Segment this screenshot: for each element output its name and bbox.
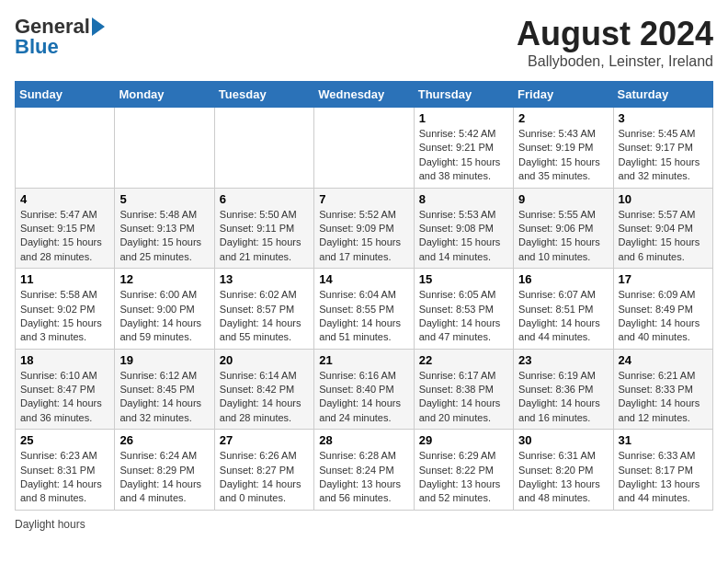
calendar-cell: 1Sunrise: 5:42 AM Sunset: 9:21 PM Daylig… [414, 108, 513, 189]
calendar-cell: 14Sunrise: 6:04 AM Sunset: 8:55 PM Dayli… [314, 269, 414, 350]
day-info: Sunrise: 5:43 AM Sunset: 9:19 PM Dayligh… [518, 127, 608, 184]
calendar-cell [115, 108, 214, 189]
day-number: 5 [119, 192, 209, 206]
calendar-cell: 24Sunrise: 6:21 AM Sunset: 8:33 PM Dayli… [613, 349, 712, 430]
day-number: 27 [220, 433, 309, 447]
footer-note: Daylight hours [15, 518, 713, 531]
logo: General Blue [15, 15, 105, 59]
calendar-cell: 15Sunrise: 6:05 AM Sunset: 8:53 PM Dayli… [414, 269, 513, 350]
day-info: Sunrise: 5:45 AM Sunset: 9:17 PM Dayligh… [619, 127, 708, 184]
day-info: Sunrise: 6:09 AM Sunset: 8:49 PM Dayligh… [619, 288, 708, 345]
day-number: 24 [619, 353, 708, 367]
day-info: Sunrise: 6:28 AM Sunset: 8:24 PM Dayligh… [319, 449, 408, 506]
logo-arrow-icon [92, 17, 105, 36]
day-info: Sunrise: 5:50 AM Sunset: 9:11 PM Dayligh… [220, 208, 309, 265]
calendar-cell: 19Sunrise: 6:12 AM Sunset: 8:45 PM Dayli… [115, 349, 214, 430]
day-number: 7 [319, 192, 408, 206]
day-number: 14 [319, 272, 408, 286]
calendar-cell: 27Sunrise: 6:26 AM Sunset: 8:27 PM Dayli… [214, 430, 313, 511]
day-number: 25 [20, 433, 109, 447]
calendar-week-row: 4Sunrise: 5:47 AM Sunset: 9:15 PM Daylig… [16, 188, 713, 269]
day-info: Sunrise: 6:10 AM Sunset: 8:47 PM Dayligh… [20, 369, 109, 426]
calendar-cell [16, 108, 115, 189]
calendar-cell: 26Sunrise: 6:24 AM Sunset: 8:29 PM Dayli… [115, 430, 214, 511]
day-number: 31 [619, 433, 708, 447]
calendar-cell: 7Sunrise: 5:52 AM Sunset: 9:09 PM Daylig… [314, 188, 414, 269]
day-number: 11 [20, 272, 109, 286]
page-title: August 2024 [517, 15, 713, 53]
title-block: August 2024 Ballyboden, Leinster, Irelan… [517, 15, 713, 70]
day-info: Sunrise: 6:02 AM Sunset: 8:57 PM Dayligh… [220, 288, 309, 345]
day-info: Sunrise: 6:29 AM Sunset: 8:22 PM Dayligh… [419, 449, 508, 506]
calendar-day-header: Sunday [16, 82, 115, 108]
day-number: 12 [119, 272, 209, 286]
calendar-cell: 10Sunrise: 5:57 AM Sunset: 9:04 PM Dayli… [613, 188, 712, 269]
calendar-table: SundayMondayTuesdayWednesdayThursdayFrid… [15, 81, 713, 511]
day-info: Sunrise: 5:47 AM Sunset: 9:15 PM Dayligh… [20, 208, 109, 265]
calendar-day-header: Tuesday [214, 82, 313, 108]
calendar-cell: 25Sunrise: 6:23 AM Sunset: 8:31 PM Dayli… [16, 430, 115, 511]
day-info: Sunrise: 5:55 AM Sunset: 9:06 PM Dayligh… [518, 208, 608, 265]
day-number: 2 [518, 111, 608, 125]
calendar-cell: 17Sunrise: 6:09 AM Sunset: 8:49 PM Dayli… [613, 269, 712, 350]
calendar-cell: 6Sunrise: 5:50 AM Sunset: 9:11 PM Daylig… [214, 188, 313, 269]
day-number: 22 [419, 353, 508, 367]
calendar-day-header: Thursday [414, 82, 513, 108]
day-number: 29 [419, 433, 508, 447]
day-number: 9 [518, 192, 608, 206]
calendar-header-row: SundayMondayTuesdayWednesdayThursdayFrid… [16, 82, 713, 108]
calendar-cell [314, 108, 414, 189]
calendar-day-header: Monday [115, 82, 214, 108]
day-info: Sunrise: 6:12 AM Sunset: 8:45 PM Dayligh… [119, 369, 209, 426]
day-info: Sunrise: 6:05 AM Sunset: 8:53 PM Dayligh… [419, 288, 508, 345]
day-number: 20 [220, 353, 309, 367]
day-info: Sunrise: 6:14 AM Sunset: 8:42 PM Dayligh… [220, 369, 309, 426]
calendar-cell: 22Sunrise: 6:17 AM Sunset: 8:38 PM Dayli… [414, 349, 513, 430]
day-number: 23 [518, 353, 608, 367]
day-info: Sunrise: 6:00 AM Sunset: 9:00 PM Dayligh… [119, 288, 209, 345]
day-info: Sunrise: 6:31 AM Sunset: 8:20 PM Dayligh… [518, 449, 608, 506]
calendar-cell: 20Sunrise: 6:14 AM Sunset: 8:42 PM Dayli… [214, 349, 313, 430]
calendar-cell: 5Sunrise: 5:48 AM Sunset: 9:13 PM Daylig… [115, 188, 214, 269]
day-number: 3 [619, 111, 708, 125]
calendar-cell: 2Sunrise: 5:43 AM Sunset: 9:19 PM Daylig… [514, 108, 613, 189]
calendar-cell: 3Sunrise: 5:45 AM Sunset: 9:17 PM Daylig… [613, 108, 712, 189]
day-number: 28 [319, 433, 408, 447]
calendar-cell [214, 108, 313, 189]
calendar-week-row: 1Sunrise: 5:42 AM Sunset: 9:21 PM Daylig… [16, 108, 713, 189]
logo-blue: Blue [15, 35, 59, 59]
calendar-day-header: Wednesday [314, 82, 414, 108]
day-number: 15 [419, 272, 508, 286]
day-info: Sunrise: 6:07 AM Sunset: 8:51 PM Dayligh… [518, 288, 608, 345]
calendar-week-row: 11Sunrise: 5:58 AM Sunset: 9:02 PM Dayli… [16, 269, 713, 350]
day-number: 6 [220, 192, 309, 206]
calendar-week-row: 18Sunrise: 6:10 AM Sunset: 8:47 PM Dayli… [16, 349, 713, 430]
day-info: Sunrise: 5:48 AM Sunset: 9:13 PM Dayligh… [119, 208, 209, 265]
day-number: 1 [419, 111, 508, 125]
calendar-cell: 21Sunrise: 6:16 AM Sunset: 8:40 PM Dayli… [314, 349, 414, 430]
day-info: Sunrise: 6:19 AM Sunset: 8:36 PM Dayligh… [518, 369, 608, 426]
day-number: 16 [518, 272, 608, 286]
day-info: Sunrise: 5:58 AM Sunset: 9:02 PM Dayligh… [20, 288, 109, 345]
calendar-cell: 11Sunrise: 5:58 AM Sunset: 9:02 PM Dayli… [16, 269, 115, 350]
day-number: 30 [518, 433, 608, 447]
day-info: Sunrise: 6:21 AM Sunset: 8:33 PM Dayligh… [619, 369, 708, 426]
calendar-cell: 12Sunrise: 6:00 AM Sunset: 9:00 PM Dayli… [115, 269, 214, 350]
day-info: Sunrise: 5:52 AM Sunset: 9:09 PM Dayligh… [319, 208, 408, 265]
day-number: 10 [619, 192, 708, 206]
calendar-cell: 30Sunrise: 6:31 AM Sunset: 8:20 PM Dayli… [514, 430, 613, 511]
calendar-cell: 18Sunrise: 6:10 AM Sunset: 8:47 PM Dayli… [16, 349, 115, 430]
day-info: Sunrise: 5:42 AM Sunset: 9:21 PM Dayligh… [419, 127, 508, 184]
day-info: Sunrise: 6:23 AM Sunset: 8:31 PM Dayligh… [20, 449, 109, 506]
day-info: Sunrise: 6:16 AM Sunset: 8:40 PM Dayligh… [319, 369, 408, 426]
day-info: Sunrise: 6:33 AM Sunset: 8:17 PM Dayligh… [619, 449, 708, 506]
page-header: General Blue August 2024 Ballyboden, Lei… [15, 15, 713, 70]
calendar-cell: 29Sunrise: 6:29 AM Sunset: 8:22 PM Dayli… [414, 430, 513, 511]
calendar-cell: 4Sunrise: 5:47 AM Sunset: 9:15 PM Daylig… [16, 188, 115, 269]
calendar-day-header: Saturday [613, 82, 712, 108]
day-info: Sunrise: 6:04 AM Sunset: 8:55 PM Dayligh… [319, 288, 408, 345]
day-info: Sunrise: 5:53 AM Sunset: 9:08 PM Dayligh… [419, 208, 508, 265]
calendar-week-row: 25Sunrise: 6:23 AM Sunset: 8:31 PM Dayli… [16, 430, 713, 511]
day-number: 26 [119, 433, 209, 447]
day-number: 19 [119, 353, 209, 367]
